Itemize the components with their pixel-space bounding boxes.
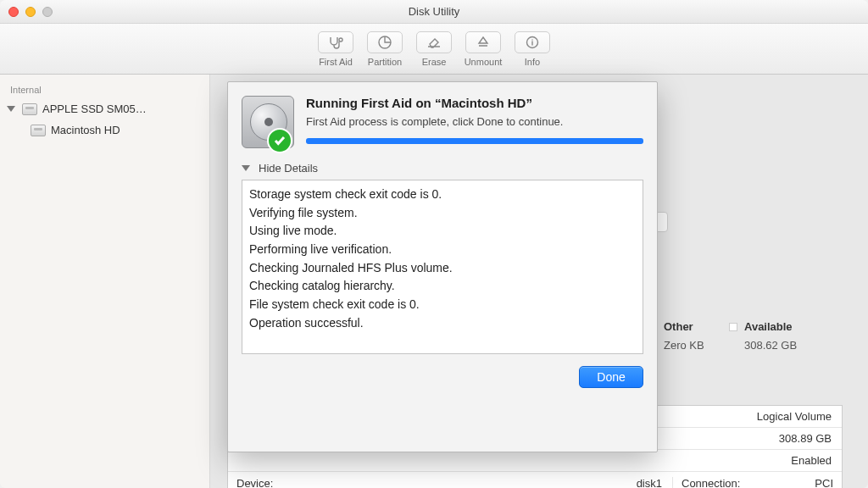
- hdd-success-icon: [242, 96, 294, 150]
- legend-other-label: Other: [664, 320, 693, 333]
- info-connection-value: PCI: [774, 477, 842, 489]
- unmount-button[interactable]: Unmount: [461, 31, 505, 67]
- eject-icon: [465, 31, 501, 53]
- zoom-button[interactable]: [42, 7, 53, 17]
- info-connection-label: Connection:: [672, 477, 774, 489]
- done-button[interactable]: Done: [579, 366, 643, 388]
- toolbar-label: Info: [525, 57, 540, 67]
- check-icon: [267, 128, 292, 153]
- sidebar-item-drive[interactable]: APPLE SSD SM05…: [0, 98, 209, 119]
- sheet-title: Running First Aid on “Macintosh HD”: [306, 96, 643, 110]
- svg-point-0: [339, 38, 342, 42]
- log-line: Checking catalog hierarchy.: [249, 277, 636, 296]
- erase-icon: [416, 31, 452, 53]
- sidebar-item-label: Macintosh HD: [51, 124, 120, 136]
- toolbar: First Aid Partition Erase Unmount Info: [0, 24, 868, 75]
- chevron-down-icon: [242, 165, 250, 171]
- titlebar: Disk Utility: [0, 0, 868, 24]
- info-device-label: Device:: [228, 477, 304, 489]
- table-row: Enabled: [228, 450, 842, 472]
- legend-other-value: Zero KB: [664, 339, 704, 352]
- drive-icon: [22, 103, 37, 115]
- pie-icon: [367, 31, 403, 53]
- stethoscope-icon: [318, 31, 353, 53]
- log-line: Using live mode.: [249, 222, 636, 241]
- erase-button[interactable]: Erase: [412, 31, 456, 67]
- sidebar: Internal APPLE SSD SM05… Macintosh HD: [0, 75, 210, 488]
- log-line: Performing live verification.: [249, 241, 636, 259]
- toolbar-label: Unmount: [465, 57, 503, 67]
- sidebar-section-internal: Internal: [0, 81, 209, 98]
- volume-icon: [31, 125, 46, 136]
- minimize-button[interactable]: [25, 7, 36, 17]
- legend-available-value: 308.62 GB: [744, 339, 797, 352]
- sidebar-item-label: APPLE SSD SM05…: [42, 103, 147, 115]
- hide-details-toggle[interactable]: Hide Details: [242, 162, 643, 175]
- swatch-available-icon: [729, 323, 737, 331]
- legend-available-label: Available: [744, 320, 793, 333]
- disk-utility-window: Disk Utility First Aid Partition Erase U…: [0, 0, 868, 488]
- toggle-label: Hide Details: [259, 162, 318, 175]
- log-line: Operation successful.: [249, 314, 636, 333]
- first-aid-button[interactable]: First Aid: [314, 31, 358, 67]
- log-line: Storage system check exit code is 0.: [249, 186, 636, 204]
- toolbar-label: First Aid: [319, 57, 353, 67]
- traffic-lights: [8, 7, 53, 17]
- sidebar-item-volume[interactable]: Macintosh HD: [0, 119, 209, 141]
- close-button[interactable]: [8, 7, 19, 17]
- log-line: Checking Journaled HFS Plus volume.: [249, 259, 636, 278]
- progress-bar: [306, 138, 643, 144]
- log-line: Verifying file system.: [249, 204, 636, 223]
- partition-button[interactable]: Partition: [363, 31, 407, 67]
- info-device-value: disk1: [304, 477, 672, 489]
- log-output: Storage system check exit code is 0. Ver…: [242, 180, 643, 354]
- first-aid-sheet: Running First Aid on “Macintosh HD” Firs…: [227, 81, 658, 452]
- window-title: Disk Utility: [0, 5, 868, 18]
- sheet-subtitle: First Aid process is complete, click Don…: [306, 115, 643, 128]
- table-row: Device: disk1 Connection: PCI: [228, 472, 842, 488]
- info-icon: [515, 31, 550, 53]
- toolbar-label: Partition: [368, 57, 402, 67]
- info-enabled: Enabled: [304, 454, 842, 467]
- toolbar-label: Erase: [422, 57, 447, 67]
- chevron-down-icon: [7, 106, 15, 112]
- info-button[interactable]: Info: [510, 31, 554, 67]
- log-line: File system check exit code is 0.: [249, 296, 636, 314]
